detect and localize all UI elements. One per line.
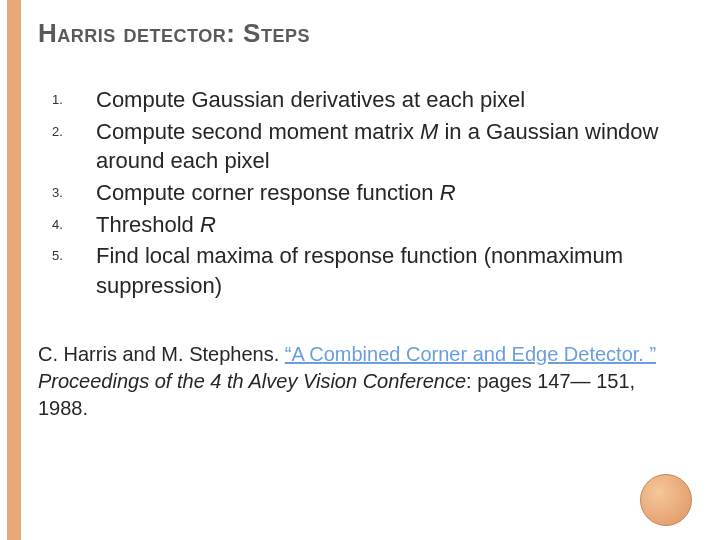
citation-authors: C. Harris and M. Stephens. bbox=[38, 343, 285, 365]
citation-conference: Proceedings of the 4 th Alvey Vision Con… bbox=[38, 370, 466, 392]
list-item: Compute second moment matrix M in a Gaus… bbox=[52, 117, 690, 176]
steps-list: Compute Gaussian derivatives at each pix… bbox=[52, 85, 690, 301]
list-item: Compute Gaussian derivatives at each pix… bbox=[52, 85, 690, 115]
page-title: Harris detector: Steps bbox=[38, 18, 690, 49]
step-var: R bbox=[200, 212, 216, 237]
step-text: Threshold bbox=[96, 212, 200, 237]
list-item: Threshold R bbox=[52, 210, 690, 240]
decorative-circle-icon bbox=[640, 474, 692, 526]
list-item: Compute corner response function R bbox=[52, 178, 690, 208]
step-var: M bbox=[420, 119, 438, 144]
list-item: Find local maxima of response function (… bbox=[52, 241, 690, 300]
citation: C. Harris and M. Stephens. “A Combined C… bbox=[38, 341, 690, 422]
citation-link[interactable]: “A Combined Corner and Edge Detector. ” bbox=[285, 343, 656, 365]
step-text: Find local maxima of response function (… bbox=[96, 243, 623, 298]
slide-content: Harris detector: Steps Compute Gaussian … bbox=[38, 18, 690, 422]
step-var: R bbox=[440, 180, 456, 205]
step-text: Compute second moment matrix bbox=[96, 119, 420, 144]
step-text: Compute corner response function bbox=[96, 180, 440, 205]
accent-bar bbox=[7, 0, 21, 540]
step-text: Compute Gaussian derivatives at each pix… bbox=[96, 87, 525, 112]
